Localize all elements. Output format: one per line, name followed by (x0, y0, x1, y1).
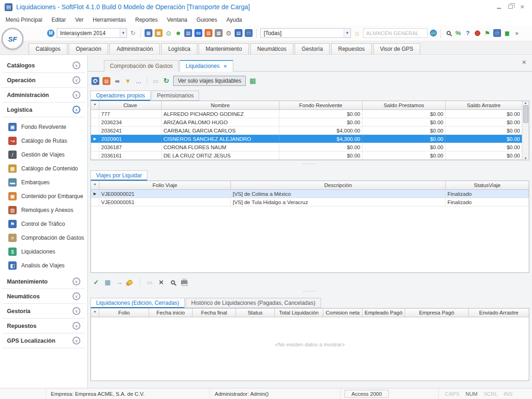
filter-funnel-icon[interactable]: ▼ (124, 77, 132, 85)
flag-icon[interactable]: ⚑ (484, 29, 491, 37)
restore-button[interactable] (508, 4, 513, 10)
column-header-status[interactable]: Status (236, 308, 275, 317)
table-row[interactable]: 777 ALFREDO PICHARDO GODINEZ $0.00 $0.00… (91, 110, 522, 118)
column-header-comision-neta[interactable]: Comision neta (323, 308, 363, 317)
chevron-down-circle-icon[interactable]: ∨ (73, 61, 80, 69)
table-row[interactable]: 2036187 CORONA FLORES NAUM $0.00 $0.00 $… (91, 143, 522, 151)
sidebar-item-comprobacion-gastos[interactable]: ≡ Comprobación de Gastos (0, 231, 87, 245)
chevron-down-icon[interactable]: ▼ (344, 29, 351, 37)
sidebar-section-gestoria[interactable]: Gestoría ∨ (2, 304, 85, 319)
chevron-down-circle-icon[interactable]: ∨ (73, 337, 80, 345)
ribbon-tab-logistica[interactable]: Logística (161, 43, 197, 54)
book-icon[interactable]: ▤ (235, 29, 242, 37)
chevron-down-circle-icon[interactable]: ∨ (73, 278, 80, 285)
table-row-selected[interactable]: ▶ VJE00000021 [VS] de Colima a México Fi… (91, 190, 529, 198)
export-grid-icon[interactable]: ▦ (104, 278, 111, 286)
sidebar-section-gps-localizacion[interactable]: GPS Localización ∨ (2, 333, 85, 348)
ribbon-tab-administracion[interactable]: Administración (109, 43, 160, 54)
bug-icon[interactable] (474, 29, 481, 37)
home-icon[interactable]: ⌂ (353, 29, 361, 37)
menu-item-ayuda[interactable]: Ayuda (226, 17, 242, 23)
menu-item-editar[interactable]: Editar (51, 17, 66, 23)
card-icon[interactable]: ▭ (146, 278, 153, 286)
ellipsis-icon[interactable]: … (135, 77, 142, 85)
sidebar-item-control-trafico[interactable]: ⚑ Control de Tráfico (0, 217, 87, 231)
column-header-fecha-inicio[interactable]: Fecha inicio (149, 308, 193, 317)
vertical-scrollbar[interactable]: ▲ ▼ (522, 101, 529, 160)
sidebar-item-analisis-viajes[interactable]: ◧ Analisis de Viajes (0, 259, 87, 272)
ribbon-tab-neumaticos[interactable]: Neumáticos (250, 43, 293, 54)
company-select[interactable]: Interasystem 2014 ▼ (57, 28, 127, 38)
ribbon-tab-repuestos[interactable]: Repuestos (331, 43, 371, 54)
menu-item-ventana[interactable]: Ventana (167, 17, 187, 23)
column-header-arrastre[interactable]: Saldo Arrastre (446, 101, 522, 109)
search-icon[interactable] (445, 29, 452, 37)
close-report-icon[interactable]: ✕ (157, 278, 165, 286)
menu-item-herramientas[interactable]: Herramientas (93, 17, 126, 23)
binoculars-icon[interactable]: ∞ (114, 77, 121, 85)
building-icon[interactable]: ▦ (145, 29, 152, 37)
chevron-down-circle-icon[interactable]: ∨ (73, 76, 80, 84)
tab-permisionarios[interactable]: Permisionarios (151, 91, 199, 101)
indicator-column-header[interactable]: * (91, 101, 99, 109)
ribbon-tab-visor-gps[interactable]: Visor de GPS (373, 43, 420, 54)
globe-percent-icon[interactable]: % (454, 29, 462, 37)
ribbon-tab-gestoria[interactable]: Gestoría (295, 43, 330, 54)
chevron-down-icon[interactable]: ▼ (120, 29, 127, 37)
chart-icon[interactable]: ▆ (503, 29, 511, 37)
sidebar-item-liquidaciones[interactable]: $ Liquidaciones (0, 245, 87, 259)
doc-tab-liquidaciones[interactable]: Liquidaciones ✕ (180, 60, 233, 72)
tab-liquidaciones-edicion[interactable]: Liquidaciones (Edición, Cerradas) (91, 298, 185, 308)
globe-icon[interactable] (430, 30, 437, 36)
print-icon[interactable] (181, 278, 188, 286)
sidebar-item-fondo-revolvente[interactable]: ▣ Fondo Revolvente (0, 120, 87, 134)
sidebar-item-catalogo-contenido[interactable]: ▦ Catálogo de Contenido (0, 162, 87, 175)
picture-icon[interactable]: ▩ (155, 29, 163, 37)
sidebar-section-administracion[interactable]: Administración ∨ (2, 88, 85, 103)
chevron-down-circle-icon[interactable]: ∨ (73, 292, 80, 300)
green-grid-icon[interactable]: ▦ (249, 77, 256, 85)
ribbon-tab-operacion[interactable]: Operación (69, 43, 108, 54)
scrollbar-thumb[interactable] (523, 105, 528, 123)
toolbar-overflow-button[interactable]: » (513, 29, 520, 37)
close-button[interactable]: ✕ (520, 4, 525, 10)
column-header-folio[interactable]: Folio (99, 308, 149, 317)
tab-historico-liquidaciones[interactable]: Histórico de Liquidaciones (Pagadas, Can… (186, 298, 321, 308)
column-header-total-liquidacion[interactable]: Total Liquidación (275, 308, 323, 317)
tab-viajes-por-liquidar[interactable]: Viajes por Liquidar (91, 170, 147, 181)
column-header-statusviaje[interactable]: StatusViaje (446, 181, 529, 189)
users-icon[interactable]: ☻ (175, 29, 182, 37)
column-header-folio-viaje[interactable]: Folio Viaje (99, 181, 231, 189)
table-row-selected[interactable]: ▶ 2020901 CISNEROS SANCHEZ ALEJANDRO $4,… (91, 135, 522, 143)
document-area-close-icon[interactable]: ✕ (522, 59, 526, 66)
settings-gear-icon[interactable]: ⚙ (225, 29, 232, 37)
coins-icon[interactable] (127, 278, 134, 286)
paste-icon[interactable]: ▭ (152, 77, 159, 85)
minimize-button[interactable] (497, 4, 501, 10)
chevron-down-circle-icon[interactable]: ∨ (73, 322, 80, 330)
refresh-icon[interactable]: ↻ (163, 77, 170, 85)
forward-icon[interactable]: → (115, 278, 123, 286)
column-header-fondo[interactable]: Fondo Revolvente (279, 101, 363, 109)
column-header-descripcion[interactable]: Descripción (231, 181, 446, 189)
doc-tab-comprobacion-gastos[interactable]: Comprobación de Gastos (104, 60, 179, 72)
scroll-up-icon[interactable]: ▲ (524, 101, 527, 104)
sidebar-section-mantenimiento[interactable]: Mantenimiento ∨ (2, 274, 85, 289)
menu-item-principal[interactable]: Menú Principal (6, 17, 42, 23)
menu-item-ver[interactable]: Ver (75, 17, 84, 23)
scroll-down-icon[interactable]: ▼ (524, 157, 527, 160)
sidebar-section-logistica[interactable]: Logistica ∧ (2, 103, 85, 117)
ribbon-tab-mantenimiento[interactable]: Mantenimiento (199, 43, 249, 54)
menu-item-guiones[interactable]: Guiones (197, 17, 218, 23)
spreadsheet-icon[interactable]: ▦ (215, 29, 223, 37)
column-header-prestamos[interactable]: Saldo Prestamos (363, 101, 446, 109)
horizontal-splitter[interactable]: ······· (88, 288, 532, 294)
sidebar-item-embarques[interactable]: ▬ Embarques (0, 175, 87, 189)
notebook-icon[interactable]: ▥ (205, 29, 212, 37)
column-header-nombre[interactable]: Nombre (162, 101, 279, 109)
column-header-clave[interactable]: Clave (99, 101, 162, 109)
indicator-column-header[interactable]: * (91, 308, 99, 317)
column-header-empleado-pago[interactable]: Empleado Pagó (363, 308, 405, 317)
sidebar-section-repuestos[interactable]: Repuestos ∨ (2, 319, 85, 333)
chevron-up-circle-icon[interactable]: ∧ (73, 106, 80, 114)
